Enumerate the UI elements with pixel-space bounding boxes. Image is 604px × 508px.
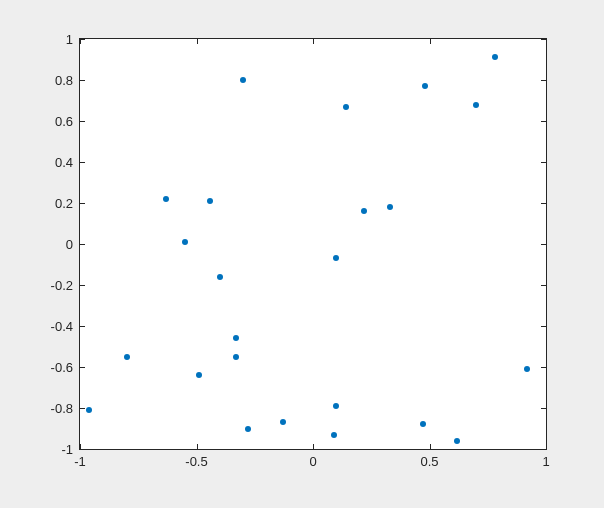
y-tick-label: -1	[45, 442, 73, 457]
x-tick-mark	[430, 444, 431, 449]
y-tick-mark	[541, 408, 546, 409]
data-point	[333, 403, 339, 409]
y-tick-label: 1	[45, 32, 73, 47]
x-tick-label: 0	[309, 454, 316, 469]
y-tick-label: -0.2	[45, 278, 73, 293]
y-tick-label: -0.8	[45, 401, 73, 416]
data-point	[245, 426, 251, 432]
data-point	[333, 255, 339, 261]
y-tick-mark	[541, 162, 546, 163]
data-point	[217, 274, 223, 280]
data-point	[86, 407, 92, 413]
y-tick-mark	[80, 367, 85, 368]
data-point	[240, 77, 246, 83]
y-tick-label: -0.4	[45, 319, 73, 334]
data-point	[361, 208, 367, 214]
y-tick-label: 0	[45, 237, 73, 252]
y-tick-mark	[80, 449, 85, 450]
y-tick-mark	[80, 203, 85, 204]
x-tick-mark	[430, 39, 431, 44]
data-point	[280, 419, 286, 425]
data-point	[454, 438, 460, 444]
x-tick-mark	[546, 39, 547, 44]
y-tick-label: 0.2	[45, 196, 73, 211]
data-point	[182, 239, 188, 245]
y-tick-mark	[541, 367, 546, 368]
x-tick-mark	[197, 39, 198, 44]
y-tick-mark	[541, 449, 546, 450]
y-tick-label: 0.4	[45, 155, 73, 170]
y-tick-mark	[541, 326, 546, 327]
y-tick-mark	[541, 39, 546, 40]
x-tick-mark	[313, 39, 314, 44]
data-point	[473, 102, 479, 108]
y-tick-mark	[541, 80, 546, 81]
figure-window: -1-0.500.51 -1-0.8-0.6-0.4-0.200.20.40.6…	[0, 0, 604, 508]
data-point	[196, 372, 202, 378]
y-tick-mark	[541, 203, 546, 204]
data-point	[331, 432, 337, 438]
x-tick-label: 1	[542, 454, 549, 469]
y-tick-mark	[80, 39, 85, 40]
x-tick-mark	[313, 444, 314, 449]
y-tick-label: 0.8	[45, 73, 73, 88]
y-tick-mark	[541, 244, 546, 245]
data-point	[343, 104, 349, 110]
y-tick-mark	[80, 244, 85, 245]
y-tick-mark	[80, 80, 85, 81]
y-tick-mark	[80, 162, 85, 163]
data-point	[124, 354, 130, 360]
data-point	[387, 204, 393, 210]
y-tick-mark	[80, 121, 85, 122]
data-point	[163, 196, 169, 202]
x-tick-label: -0.5	[185, 454, 207, 469]
data-point	[422, 83, 428, 89]
y-tick-mark	[80, 326, 85, 327]
x-tick-label: 0.5	[420, 454, 438, 469]
data-point	[524, 366, 530, 372]
y-tick-label: 0.6	[45, 114, 73, 129]
y-tick-mark	[541, 285, 546, 286]
x-tick-mark	[546, 444, 547, 449]
data-point	[492, 54, 498, 60]
data-point	[233, 354, 239, 360]
x-tick-mark	[197, 444, 198, 449]
y-tick-mark	[541, 121, 546, 122]
y-tick-mark	[80, 285, 85, 286]
data-point	[420, 421, 426, 427]
y-tick-label: -0.6	[45, 360, 73, 375]
y-tick-mark	[80, 408, 85, 409]
data-point	[233, 335, 239, 341]
data-point	[207, 198, 213, 204]
x-tick-label: -1	[74, 454, 86, 469]
axes-area	[79, 38, 547, 450]
